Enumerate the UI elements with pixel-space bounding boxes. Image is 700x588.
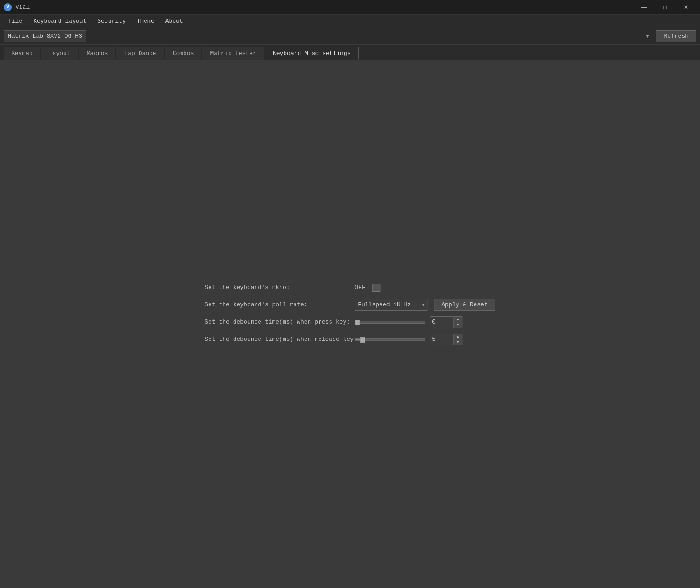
menu-file[interactable]: File	[4, 16, 27, 26]
menu-security[interactable]: Security	[93, 16, 130, 26]
tab-tap-dance[interactable]: Tap Dance	[116, 47, 164, 60]
tab-combos[interactable]: Combos	[165, 47, 202, 60]
debounce-release-row: Set the debounce time(ms) when release k…	[205, 334, 495, 345]
refresh-button[interactable]: Refresh	[656, 30, 696, 42]
tab-bar: Keymap Layout Macros Tap Dance Combos Ma…	[0, 45, 700, 60]
app-icon: V	[4, 3, 12, 11]
tab-macros[interactable]: Macros	[79, 47, 116, 60]
menu-keyboard-layout[interactable]: Keyboard layout	[29, 16, 91, 26]
debounce-press-input[interactable]	[430, 316, 453, 328]
debounce-press-arrows: ▲ ▼	[453, 316, 462, 328]
tab-keyboard-misc-settings[interactable]: Keyboard Misc settings	[265, 47, 359, 60]
debounce-release-slider-thumb[interactable]	[361, 337, 365, 343]
debounce-release-up[interactable]: ▲	[454, 334, 462, 339]
app-title: Vial	[15, 4, 30, 10]
maximize-button[interactable]: □	[655, 0, 675, 15]
nkro-row: Set the keyboard's nkro: OFF	[205, 282, 495, 294]
window-controls: — □ ✕	[634, 0, 696, 15]
title-bar-left: V Vial	[4, 3, 30, 11]
menu-about[interactable]: About	[161, 16, 188, 26]
tab-layout[interactable]: Layout	[41, 47, 78, 60]
debounce-release-spinbox: ▲ ▼	[430, 334, 462, 345]
minimize-button[interactable]: —	[634, 0, 655, 15]
poll-rate-label: Set the keyboard's poll rate:	[205, 301, 350, 308]
debounce-press-spinbox: ▲ ▼	[430, 316, 462, 328]
poll-rate-row: Set the keyboard's poll rate: Fullspeed …	[205, 299, 495, 311]
debounce-press-up[interactable]: ▲	[454, 317, 462, 322]
debounce-press-row: Set the debounce time(ms) when press key…	[205, 316, 495, 328]
debounce-press-slider-track[interactable]	[355, 321, 425, 324]
nkro-checkbox[interactable]	[373, 284, 381, 292]
menu-bar: File Keyboard layout Security Theme Abou…	[0, 15, 700, 28]
apply-reset-button[interactable]: Apply & Reset	[434, 299, 495, 311]
poll-rate-select-wrapper: Fullspeed 1K Hz Lowspeed 125 Hz Highspee…	[355, 299, 427, 311]
tab-matrix-tester[interactable]: Matrix tester	[202, 47, 264, 60]
debounce-release-down[interactable]: ▼	[454, 339, 462, 345]
close-button[interactable]: ✕	[675, 0, 696, 15]
tab-keymap[interactable]: Keymap	[4, 47, 40, 60]
nkro-value: OFF	[355, 284, 365, 291]
menu-theme[interactable]: Theme	[132, 16, 159, 26]
title-bar: V Vial — □ ✕	[0, 0, 700, 15]
debounce-release-input[interactable]	[430, 334, 453, 345]
settings-area: Set the keyboard's nkro: OFF Set the key…	[205, 282, 495, 345]
device-select-wrapper: Matrix Lab 8XV2 OG HS	[4, 30, 652, 42]
device-bar: Matrix Lab 8XV2 OG HS Refresh	[0, 28, 700, 45]
poll-rate-select[interactable]: Fullspeed 1K Hz Lowspeed 125 Hz Highspee…	[355, 299, 427, 311]
device-select[interactable]: Matrix Lab 8XV2 OG HS	[4, 30, 86, 42]
debounce-release-slider-track[interactable]	[355, 338, 425, 341]
debounce-release-arrows: ▲ ▼	[453, 334, 462, 345]
debounce-press-slider-thumb[interactable]	[355, 320, 360, 325]
nkro-label: Set the keyboard's nkro:	[205, 284, 350, 291]
main-content: Set the keyboard's nkro: OFF Set the key…	[0, 60, 700, 588]
debounce-press-label: Set the debounce time(ms) when press key…	[205, 319, 350, 325]
debounce-press-down[interactable]: ▼	[454, 322, 462, 328]
debounce-release-label: Set the debounce time(ms) when release k…	[205, 336, 350, 343]
